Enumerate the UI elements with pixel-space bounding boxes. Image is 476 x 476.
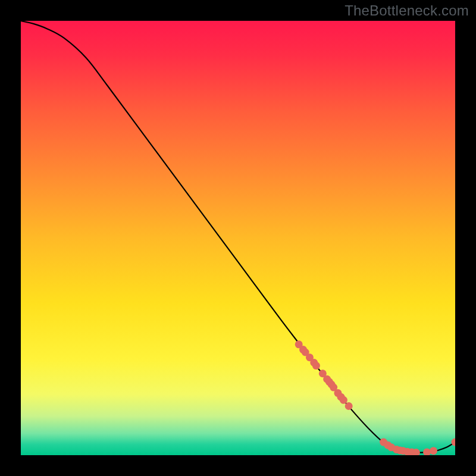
plot-svg bbox=[21, 21, 455, 455]
watermark-text: TheBottleneck.com bbox=[345, 2, 469, 19]
data-point bbox=[340, 396, 347, 404]
data-point bbox=[430, 447, 437, 455]
plot-area bbox=[21, 21, 455, 455]
data-point bbox=[312, 362, 320, 369]
data-point bbox=[345, 402, 353, 410]
chart-frame: TheBottleneck.com bbox=[0, 0, 476, 476]
plot-background bbox=[21, 21, 455, 455]
